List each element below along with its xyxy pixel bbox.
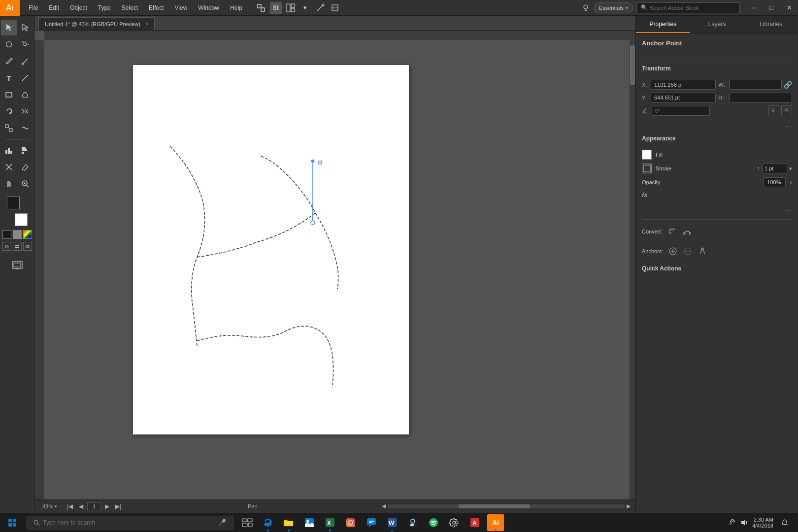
fill-swatch-bg[interactable] [15, 213, 28, 226]
magic-wand-tool[interactable] [17, 36, 33, 52]
link-proportional-icon[interactable]: 🔗 [784, 81, 792, 89]
type-tool[interactable]: T [1, 70, 17, 86]
zoom-control[interactable]: 43% ▾ [39, 502, 60, 510]
instagram-app[interactable] [341, 513, 361, 532]
rectangle-tool[interactable] [1, 87, 17, 102]
slice-tool[interactable] [1, 159, 17, 175]
photos-app[interactable] [299, 513, 319, 532]
stock-icon[interactable]: St [270, 2, 282, 14]
no-fill-btn[interactable]: ⊘ [2, 242, 11, 251]
opacity-expand-arrow[interactable]: › [790, 178, 792, 186]
tab-layers[interactable]: Layers [690, 16, 744, 33]
taskbar-search-input[interactable] [43, 519, 215, 526]
menu-object[interactable]: Object [65, 2, 92, 13]
convert-smooth-button[interactable] [681, 226, 693, 237]
stroke-weight-dropdown[interactable]: ▾ [789, 166, 792, 172]
prev-page-button[interactable]: ◀ [77, 502, 85, 510]
eraser-tool[interactable] [17, 159, 33, 175]
remove-anchor-button[interactable] [682, 245, 694, 257]
excel-app[interactable]: X [320, 513, 340, 532]
fill-swatch-fg[interactable] [7, 197, 20, 209]
stroke-up-down[interactable]: ↑ [757, 165, 761, 172]
essentials-dropdown[interactable]: Essentials ▾ [594, 2, 633, 13]
edge-browser-app[interactable] [258, 513, 278, 532]
flip-horizontal-button[interactable] [768, 105, 779, 116]
next-page-button[interactable]: ▶ [103, 502, 111, 510]
h-scroll-thumb[interactable] [459, 504, 530, 508]
menu-edit[interactable]: Edit [44, 2, 64, 13]
anchor-point-1[interactable] [311, 159, 315, 163]
shaper-tool[interactable] [17, 87, 33, 102]
menu-view[interactable]: View [170, 2, 193, 13]
file-explorer-app[interactable] [279, 513, 299, 532]
screens-icon[interactable] [9, 258, 25, 273]
control-point-1[interactable] [319, 161, 322, 164]
pencil-tool[interactable] [17, 53, 33, 69]
vertical-scrollbar[interactable] [630, 40, 635, 504]
rotation-input[interactable] [652, 106, 710, 116]
transform-more-button[interactable]: ··· [786, 122, 792, 131]
line-segment-tool[interactable] [17, 70, 33, 86]
add-anchor-button[interactable] [667, 245, 679, 257]
microphone-icon[interactable]: 🎤 [218, 519, 226, 526]
stroke-color-swatch[interactable] [642, 164, 652, 173]
y-value-input[interactable] [651, 93, 716, 102]
swap-colors-btn[interactable]: ⇄ [13, 242, 22, 251]
scroll-left-btn[interactable]: ◀ [382, 503, 386, 509]
menu-type[interactable]: Type [93, 2, 116, 13]
anchor-point-2[interactable] [311, 221, 315, 225]
direct-selection-tool[interactable] [17, 20, 33, 35]
menu-window[interactable]: Window [193, 2, 224, 13]
tab-properties[interactable]: Properties [636, 16, 690, 33]
system-clock[interactable]: 2:30 AM 4/4/2018 [752, 517, 773, 529]
notification-button[interactable] [777, 515, 792, 530]
search-adobe-stock-input[interactable] [650, 5, 729, 11]
tab-libraries[interactable]: Libraries [744, 16, 798, 33]
task-view-button[interactable] [237, 513, 257, 532]
bar-graph-tool[interactable] [17, 142, 33, 158]
convert-anchor-button[interactable] [697, 245, 708, 257]
tab-close-button[interactable]: × [145, 21, 148, 27]
taskbar-search-box[interactable]: 🎤 [27, 516, 233, 530]
current-page-input[interactable] [87, 502, 101, 510]
canvas-area[interactable] [34, 31, 635, 504]
selection-tool[interactable] [1, 20, 17, 35]
hand-tool[interactable] [1, 176, 17, 192]
scale-tool[interactable] [1, 120, 17, 136]
flip-vertical-button[interactable] [781, 105, 792, 116]
rotate-tool[interactable] [1, 103, 17, 119]
horizontal-scrollbar[interactable] [388, 504, 625, 508]
black-swatch[interactable] [2, 230, 11, 239]
scroll-thumb[interactable] [630, 45, 635, 85]
column-graph-tool[interactable] [1, 142, 17, 158]
none-swatch[interactable] [13, 230, 22, 239]
warp-tool[interactable] [17, 120, 33, 136]
arrange-icon[interactable] [255, 2, 267, 14]
reflect-tool[interactable] [17, 103, 33, 119]
crop-icon[interactable] [329, 2, 341, 14]
fx-button[interactable]: fx [642, 191, 648, 199]
gradient-swatch[interactable] [23, 230, 32, 239]
pen-line-icon[interactable] [314, 2, 326, 14]
zoom-tool[interactable] [17, 176, 33, 192]
workspace-layout-icon[interactable] [285, 2, 297, 14]
start-button[interactable] [0, 513, 25, 532]
close-button[interactable]: ✕ [780, 0, 798, 16]
menu-effect[interactable]: Effect [144, 2, 168, 13]
settings-app[interactable] [444, 513, 464, 532]
steam-app[interactable] [403, 513, 423, 532]
h-value-input[interactable] [730, 93, 793, 102]
appearance-more-button[interactable]: ··· [786, 206, 792, 215]
illustrator-taskbar-app[interactable]: Ai [486, 513, 505, 532]
minimize-button[interactable]: ─ [745, 0, 763, 16]
word-app[interactable]: W [382, 513, 402, 532]
menu-file[interactable]: File [24, 2, 43, 13]
opacity-input[interactable] [764, 177, 786, 187]
menu-select[interactable]: Select [117, 2, 143, 13]
paintbrush-tool[interactable] [1, 53, 17, 69]
maximize-button[interactable]: □ [763, 0, 780, 16]
stroke-weight-input[interactable] [763, 164, 787, 173]
screen-mode-btn[interactable]: ⧉ [23, 242, 32, 251]
first-page-button[interactable]: |◀ [65, 502, 75, 510]
messaging-app[interactable] [362, 513, 381, 532]
